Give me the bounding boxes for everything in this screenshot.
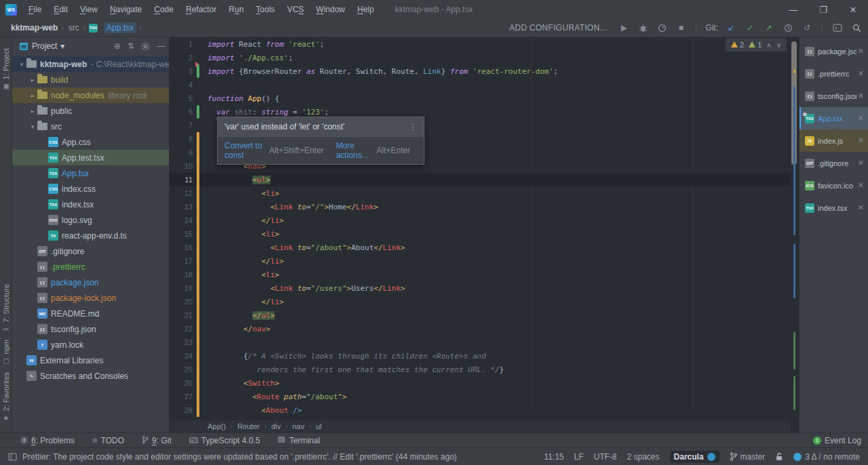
code-line-21[interactable]: 21 </ul> bbox=[170, 308, 791, 322]
close-tab-icon[interactable]: ✕ bbox=[856, 92, 865, 100]
menu-tools[interactable]: Tools bbox=[250, 0, 281, 19]
line-number[interactable]: 4 bbox=[170, 81, 201, 89]
tree-item-index-tsx[interactable]: TSXindex.tsx bbox=[12, 197, 169, 212]
hide-panel-icon[interactable]: — bbox=[157, 41, 165, 51]
tree-item-readme-md[interactable]: MDREADME.md bbox=[12, 306, 169, 321]
code-line-5[interactable]: 5function App() { bbox=[170, 92, 791, 105]
line-number[interactable]: 5 bbox=[170, 94, 201, 102]
collapse-all-icon[interactable]: ⇅ bbox=[127, 41, 134, 51]
editor-tab--prettierrc[interactable]: { }.prettierrc✕ bbox=[800, 62, 868, 85]
code-line-18[interactable]: 18 <li> bbox=[170, 268, 791, 281]
code-line-28[interactable]: 28 <About /> bbox=[170, 403, 791, 417]
tree-item-tsconfig-json[interactable]: { }tsconfig.json bbox=[12, 321, 169, 337]
toolwindow-6-problems[interactable]: !6: Problems bbox=[20, 435, 75, 445]
hector-widget[interactable]: 3 Δ / no remote bbox=[793, 452, 860, 462]
menu-run[interactable]: Run bbox=[222, 0, 250, 19]
code-line-15[interactable]: 15 <li> bbox=[170, 227, 791, 241]
breadcrumb-project[interactable]: kktmap-web bbox=[9, 23, 59, 33]
inspection-widget[interactable]: 2 1 ∧ ∨ bbox=[726, 38, 787, 52]
close-tab-icon[interactable]: ✕ bbox=[856, 114, 865, 123]
code-line-19[interactable]: 19 <Link to="/users">Users</Link> bbox=[170, 281, 791, 295]
stop-icon[interactable]: ■ bbox=[675, 22, 687, 34]
event-log-button[interactable]: 1 Event Log bbox=[813, 436, 861, 445]
stripe-7-structure[interactable]: ≔7: Structure bbox=[2, 284, 10, 333]
tree-item-public[interactable]: ▸public bbox=[12, 103, 169, 119]
project-view-selector[interactable]: Project ▾ bbox=[19, 41, 64, 51]
tree-item-scratches-and-consoles[interactable]: ✎Scratches and Consoles bbox=[12, 368, 169, 384]
convert-to-const-link[interactable]: Convert to const bbox=[224, 141, 264, 160]
code-line-11[interactable]: 11 <ul> bbox=[170, 173, 791, 186]
code-line-24[interactable]: 24 {/* A <Switch> looks through its chil… bbox=[170, 349, 791, 363]
tree-item-logo-svg[interactable]: SVGlogo.svg bbox=[12, 212, 169, 228]
line-number[interactable]: 7 bbox=[170, 121, 201, 129]
stripe-change-mark[interactable] bbox=[793, 86, 795, 235]
code-line-13[interactable]: 13 <Link to="/">Home</Link> bbox=[170, 200, 791, 214]
add-configuration-button[interactable]: ADD CONFIGURATION... bbox=[509, 23, 607, 33]
history-icon[interactable] bbox=[782, 22, 794, 34]
status-message[interactable]: Prettier: The project code style and edi… bbox=[22, 452, 457, 462]
more-options-icon[interactable]: ⋮ bbox=[409, 122, 417, 132]
toolwindow-todo[interactable]: ≡TODO bbox=[92, 435, 124, 445]
stripe-change-mark[interactable] bbox=[793, 332, 795, 369]
tree-item-build[interactable]: ▸build bbox=[12, 72, 169, 87]
code-line-12[interactable]: 12 <li> bbox=[170, 186, 791, 200]
rollback-icon[interactable]: ↺ bbox=[801, 22, 813, 34]
caret-position[interactable]: 11:15 bbox=[544, 452, 564, 462]
toolwindow-typescript-4-0-5[interactable]: TSTypeScript 4.0.5 bbox=[189, 435, 260, 445]
code-line-4[interactable]: 4 bbox=[170, 78, 791, 92]
code-editor[interactable]: 1import React from 'react';2import './Ap… bbox=[170, 37, 799, 432]
expand-icon[interactable]: ▾ bbox=[18, 61, 26, 68]
close-icon[interactable]: ✕ bbox=[838, 0, 868, 19]
code-line-27[interactable]: 27 <Route path="/about"> bbox=[170, 390, 791, 403]
menu-edit[interactable]: Edit bbox=[47, 0, 74, 19]
tree-item-index-css[interactable]: CSSindex.css bbox=[12, 181, 169, 197]
breadcrumb-file[interactable]: App.tsx bbox=[104, 22, 136, 33]
menu-window[interactable]: Window bbox=[310, 0, 351, 19]
close-tab-icon[interactable]: ✕ bbox=[856, 136, 865, 145]
line-number[interactable]: 1 bbox=[170, 40, 201, 48]
editor-crumb-ul[interactable]: ul bbox=[316, 422, 322, 430]
tree-item-yarn-lock[interactable]: Yyarn.lock bbox=[12, 337, 169, 352]
menu-code[interactable]: Code bbox=[148, 0, 180, 19]
editor-crumb-router[interactable]: Router bbox=[237, 422, 260, 430]
prev-issue-icon[interactable]: ∧ bbox=[766, 41, 771, 49]
editor-crumb-div[interactable]: div bbox=[271, 422, 281, 430]
lock-icon[interactable] bbox=[775, 452, 783, 461]
stripe-1-project[interactable]: ▣1: Project bbox=[2, 48, 10, 90]
indent-setting[interactable]: 2 spaces bbox=[627, 452, 660, 462]
code-line-17[interactable]: 17 </li> bbox=[170, 254, 791, 268]
tree-item-app-tsx[interactable]: TSXApp.tsx bbox=[12, 165, 169, 181]
close-tab-icon[interactable]: ✕ bbox=[856, 159, 865, 167]
menu-navigate[interactable]: Navigate bbox=[104, 0, 148, 19]
code-line-16[interactable]: 16 <Link to="/about">About</Link> bbox=[170, 241, 791, 254]
tree-item-app-test-tsx[interactable]: TSXApp.test.tsx bbox=[12, 150, 169, 165]
settings-icon[interactable] bbox=[141, 41, 150, 51]
expand-icon[interactable]: ▸ bbox=[28, 92, 37, 99]
tree-item-src[interactable]: ▾src bbox=[12, 119, 169, 134]
profiler-icon[interactable] bbox=[656, 22, 668, 34]
line-separator[interactable]: LF bbox=[574, 452, 584, 462]
menu-vcs[interactable]: VCS bbox=[281, 0, 310, 19]
close-tab-icon[interactable]: ✕ bbox=[856, 203, 865, 212]
tree-item-external-libraries[interactable]: ‖‖External Libraries bbox=[12, 352, 169, 368]
editor-tab-app-tsx[interactable]: ✱TSXApp.tsx✕ bbox=[800, 107, 868, 129]
tree-item-react-app-env-d-ts[interactable]: TSreact-app-env.d.ts bbox=[12, 228, 169, 243]
code-line-23[interactable]: 23 bbox=[170, 336, 791, 349]
editor-tab-index-js[interactable]: JSindex.js✕ bbox=[800, 129, 868, 152]
code-line-20[interactable]: 20 </li> bbox=[170, 295, 791, 308]
stripe-change-mark[interactable] bbox=[793, 244, 795, 298]
tree-item-package-lock-json[interactable]: { }package-lock.json bbox=[12, 290, 169, 306]
editor-crumb-nav[interactable]: nav bbox=[292, 422, 304, 430]
theme-switcher[interactable]: Darcula bbox=[670, 451, 719, 463]
expand-icon[interactable]: ▸ bbox=[28, 77, 37, 83]
code-line-22[interactable]: 22 </nav> bbox=[170, 322, 791, 336]
push-icon[interactable]: ↗ bbox=[763, 22, 775, 34]
file-encoding[interactable]: UTF-8 bbox=[594, 452, 617, 462]
tree-item--gitignore[interactable]: GIT.gitignore bbox=[12, 243, 169, 259]
menu-refactor[interactable]: Refactor bbox=[180, 0, 222, 19]
menu-file[interactable]: File bbox=[22, 0, 47, 19]
more-actions-link[interactable]: More actions... bbox=[336, 141, 371, 160]
run-icon[interactable]: ▶ bbox=[618, 22, 630, 34]
code-line-26[interactable]: 26 <Switch> bbox=[170, 376, 791, 390]
expand-icon[interactable]: ▾ bbox=[28, 123, 37, 130]
